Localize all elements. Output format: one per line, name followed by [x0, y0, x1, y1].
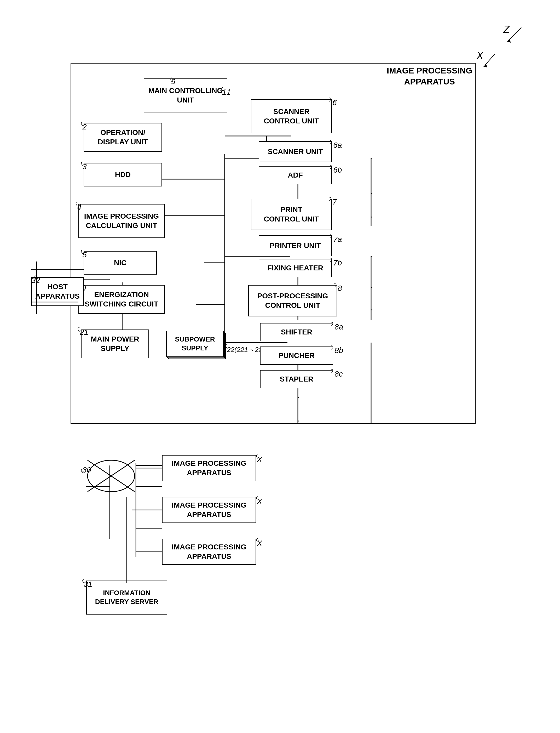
- curve-11: [218, 87, 226, 92]
- post-processing-block: POST-PROCESSINGCONTROL UNIT: [248, 285, 337, 316]
- z-arrow: [500, 25, 527, 46]
- curve-9: [167, 77, 175, 83]
- curve-31: [79, 579, 86, 584]
- adf-block: ADF: [259, 166, 332, 184]
- main-apparatus-label: IMAGE PROCESSINGAPPARATUS: [387, 65, 472, 87]
- curve-7a: [329, 234, 336, 239]
- curve-x3: [253, 538, 260, 543]
- curve-6b: [329, 165, 336, 170]
- main-controlling-unit-block: MAIN CONTROLLINGUNIT: [144, 78, 227, 112]
- diagram-container: Z X IMAGE PROCESSINGAPPARATUS: [31, 21, 541, 722]
- external-vertical-bus: [33, 261, 41, 314]
- curve-7: [328, 197, 335, 202]
- scanner-control-block: SCANNERCONTROL UNIT: [251, 99, 332, 133]
- sub-power-supply-stack: SUBPOWERSUPPLY: [166, 331, 224, 357]
- scanner-unit-block: SCANNER UNIT: [259, 141, 332, 162]
- curve-8: [333, 283, 340, 288]
- hdd-block: HDD: [84, 163, 162, 186]
- image-processing-app2-block: IMAGE PROCESSINGAPPARATUS: [162, 497, 256, 523]
- curve-6a: [329, 140, 336, 145]
- curve-5: [78, 249, 85, 255]
- curve-22: [222, 344, 230, 349]
- curve-x2: [253, 496, 260, 501]
- fixing-heater-block: FIXING HEATER: [259, 259, 332, 277]
- puncher-block: PUNCHER: [260, 346, 333, 365]
- hub-app-connections: [131, 450, 167, 568]
- print-control-block: PRINTCONTROL UNIT: [251, 199, 332, 230]
- stapler-block: STAPLER: [260, 370, 333, 388]
- svg-line-0: [508, 27, 521, 41]
- curve-7b: [329, 257, 336, 263]
- curve-21: [74, 327, 82, 332]
- shifter-block: SHIFTER: [260, 323, 333, 341]
- curve-3: [78, 161, 85, 167]
- operation-display-block: OPERATION/DISPLAY UNIT: [84, 123, 162, 152]
- curve-2: [78, 122, 85, 127]
- curve-8a: [330, 322, 337, 327]
- main-power-supply-block: MAIN POWERSUPPLY: [81, 329, 149, 358]
- printer-unit-block: PRINTER UNIT: [259, 235, 332, 256]
- x-arrow-main: [480, 51, 500, 69]
- image-processing-app1-block: IMAGE PROCESSINGAPPARATUS: [162, 455, 256, 481]
- curve-4: [73, 202, 80, 207]
- server-to-network-line: [120, 497, 133, 586]
- curve-8c: [330, 369, 337, 374]
- curve-x1: [253, 454, 260, 460]
- sub-power-front: SUBPOWERSUPPLY: [166, 331, 224, 357]
- svg-line-2: [485, 54, 495, 65]
- image-processing-calculating-block: IMAGE PROCESSINGCALCULATING UNIT: [78, 204, 165, 238]
- curve-8b: [330, 345, 337, 350]
- image-processing-app3-block: IMAGE PROCESSINGAPPARATUS: [162, 539, 256, 565]
- curve-6: [328, 97, 335, 102]
